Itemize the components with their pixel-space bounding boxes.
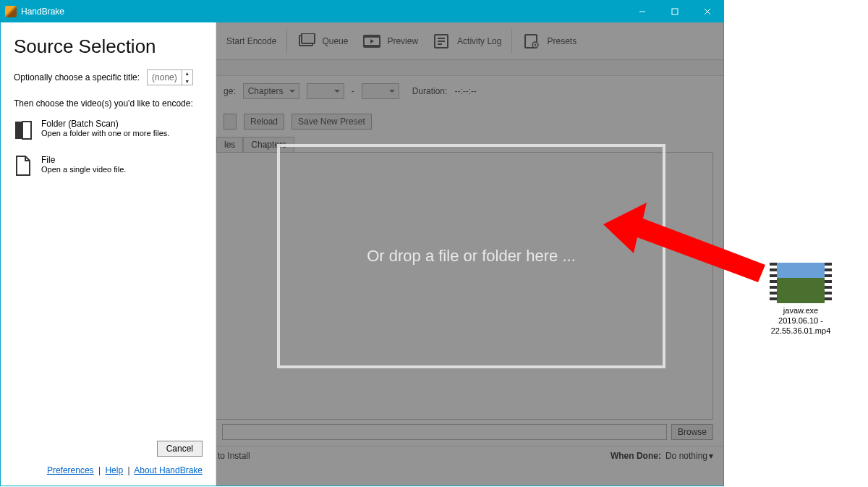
svg-rect-1: [672, 9, 678, 14]
close-button[interactable]: [691, 1, 723, 22]
app-window: HandBrake Start Encode Qu: [0, 0, 724, 486]
drop-zone[interactable]: Or drop a file or folder here ...: [277, 144, 665, 368]
tab-subtitles[interactable]: les: [216, 137, 243, 152]
tab-subtitles-label: les: [224, 140, 235, 150]
when-done-label: When Done:: [610, 451, 661, 461]
range-mode-value: Chapters: [248, 86, 284, 96]
preview-button[interactable]: Preview: [355, 22, 425, 59]
duration-value: --:--:--: [454, 86, 477, 96]
cancel-label: Cancel: [166, 444, 193, 454]
svg-rect-19: [22, 122, 31, 139]
range-end-select[interactable]: [362, 83, 399, 99]
title-spinner[interactable]: (none) ▲ ▼: [147, 69, 193, 85]
reload-label: Reload: [250, 117, 278, 127]
spinner-up-icon[interactable]: ▲: [182, 69, 192, 77]
file-name-line2: 2019.06.10 -: [761, 316, 841, 326]
maximize-button[interactable]: [658, 1, 691, 22]
svg-point-16: [535, 43, 536, 45]
minimize-button[interactable]: [626, 1, 658, 22]
folder-title: Folder (Batch Scan): [41, 119, 169, 129]
file-desc: Open a single video file.: [41, 165, 126, 174]
file-icon: [14, 155, 33, 177]
reload-button[interactable]: Reload: [244, 114, 284, 130]
source-option-folder[interactable]: Folder (Batch Scan) Open a folder with o…: [14, 119, 203, 140]
destination-input[interactable]: [222, 424, 667, 440]
spinner-down-icon[interactable]: ▼: [182, 77, 192, 85]
preset-play-button[interactable]: [224, 114, 237, 130]
folder-desc: Open a folder with one or more files.: [41, 129, 169, 137]
presets-icon: [522, 33, 541, 49]
save-new-preset-button[interactable]: Save New Preset: [292, 114, 372, 130]
app-icon: [5, 6, 17, 17]
svg-marker-7: [370, 39, 374, 43]
preview-icon: [362, 33, 381, 49]
desktop-video-file[interactable]: javaw.exe 2019.06.10 - 22.55.36.01.mp4: [761, 263, 841, 336]
browse-button[interactable]: Browse: [671, 424, 713, 440]
cancel-button[interactable]: Cancel: [157, 441, 203, 457]
queue-icon: [297, 33, 316, 49]
panel-subhead: Then choose the video(s) you'd like to e…: [14, 98, 203, 109]
queue-button[interactable]: Queue: [290, 22, 355, 59]
queue-label: Queue: [322, 36, 348, 46]
svg-rect-8: [364, 35, 380, 38]
about-link[interactable]: About HandBrake: [134, 465, 203, 475]
status-text: to Install: [218, 451, 250, 461]
folder-icon: [14, 119, 33, 140]
source-selection-panel: Source Selection Optionally choose a spe…: [1, 22, 216, 486]
svg-rect-9: [364, 45, 380, 47]
presets-button[interactable]: Presets: [515, 22, 584, 59]
range-mode-select[interactable]: Chapters: [243, 83, 299, 99]
title-select-label: Optionally choose a specific title:: [14, 72, 140, 82]
start-encode-label: Start Encode: [226, 36, 276, 46]
panel-heading: Source Selection: [14, 35, 203, 58]
presets-label: Presets: [547, 36, 576, 46]
titlebar: HandBrake: [1, 1, 723, 22]
drop-zone-text: Or drop a file or folder here ...: [367, 247, 576, 266]
svg-rect-5: [302, 33, 315, 43]
range-start-select[interactable]: [307, 83, 344, 99]
activity-log-icon: [433, 33, 451, 49]
file-title: File: [41, 155, 126, 165]
file-name-line3: 22.55.36.01.mp4: [761, 326, 841, 336]
video-thumbnail-icon: [770, 263, 832, 303]
title-spinner-value: (none): [148, 72, 182, 82]
browse-label: Browse: [678, 427, 707, 437]
preview-label: Preview: [387, 36, 418, 46]
activity-log-label: Activity Log: [457, 36, 501, 46]
activity-log-button[interactable]: Activity Log: [425, 22, 509, 59]
svg-rect-18: [15, 122, 22, 139]
window-title: HandBrake: [21, 7, 64, 17]
when-done-value[interactable]: Do nothing: [665, 451, 707, 461]
range-suffix: ge:: [224, 86, 236, 96]
help-link[interactable]: Help: [105, 465, 123, 475]
chevron-down-icon: ▾: [709, 451, 713, 461]
source-option-file[interactable]: File Open a single video file.: [14, 155, 203, 177]
file-name-line1: javaw.exe: [761, 306, 841, 316]
preferences-link[interactable]: Preferences: [47, 465, 94, 475]
panel-links: Preferences | Help | About HandBrake: [14, 465, 203, 478]
duration-label: Duration:: [412, 86, 448, 96]
range-dash: -: [352, 86, 354, 96]
start-encode-button[interactable]: Start Encode: [219, 22, 284, 59]
save-new-preset-label: Save New Preset: [298, 117, 365, 127]
